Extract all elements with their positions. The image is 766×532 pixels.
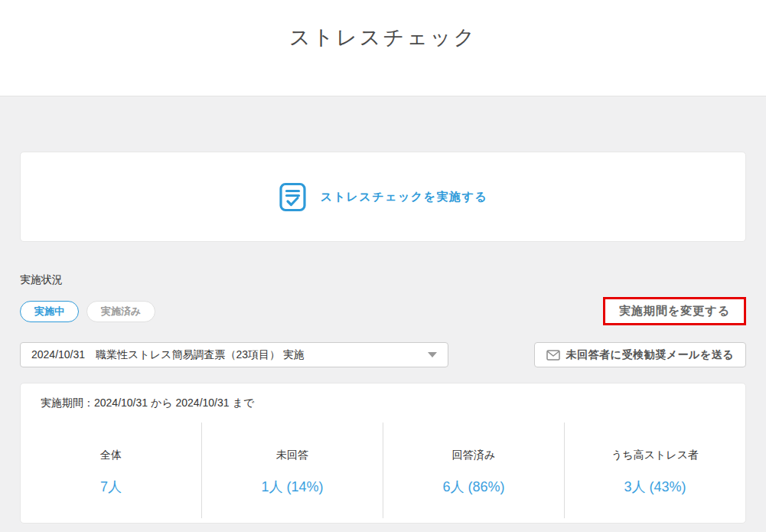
stat-high-stress: うち高ストレス者 3人 (43%) xyxy=(564,423,745,518)
stat-total: 全体 7人 xyxy=(21,423,201,518)
stat-answered-label: 回答済み xyxy=(383,449,564,462)
highlight-annotation-box: 実施期間を変更する xyxy=(603,297,746,325)
control-row: 2024/10/31 職業性ストレス簡易調査票（23項目） 実施 未回答者に受検… xyxy=(20,342,746,367)
chevron-down-icon xyxy=(428,352,437,357)
status-filter-group: 実施中 実施済み xyxy=(20,301,155,322)
filter-row: 実施中 実施済み 実施期間を変更する xyxy=(20,297,746,325)
send-reminder-label: 未回答者に受検勧奨メールを送る xyxy=(566,348,734,362)
stat-unanswered: 未回答 1人 (14%) xyxy=(201,423,383,518)
stat-total-label: 全体 xyxy=(21,449,201,462)
status-section-label: 実施状況 xyxy=(20,273,746,287)
filter-in-progress-label: 実施中 xyxy=(34,305,64,318)
start-stress-check-button[interactable]: ストレスチェックを実施する xyxy=(20,152,746,242)
stat-high-stress-label: うち高ストレス者 xyxy=(565,449,745,462)
checklist-icon xyxy=(279,182,307,212)
stat-answered-value[interactable]: 6人 (86%) xyxy=(383,478,564,496)
survey-select-value: 2024/10/31 職業性ストレス簡易調査票（23項目） 実施 xyxy=(31,348,428,362)
main-area: ストレスチェックを実施する 実施状況 実施中 実施済み 実施期間を変更する 20… xyxy=(0,152,766,524)
implementation-period: 実施期間：2024/10/31 から 2024/10/31 まで xyxy=(21,383,745,410)
send-reminder-button[interactable]: 未回答者に受検勧奨メールを送る xyxy=(534,342,746,367)
filter-completed-label: 実施済み xyxy=(101,305,141,318)
stat-unanswered-value[interactable]: 1人 (14%) xyxy=(202,478,383,496)
stats-row: 全体 7人 未回答 1人 (14%) 回答済み 6人 (86%) うち高ストレス… xyxy=(21,423,745,518)
change-period-button[interactable]: 実施期間を変更する xyxy=(605,299,744,323)
survey-select[interactable]: 2024/10/31 職業性ストレス簡易調査票（23項目） 実施 xyxy=(20,342,448,367)
stat-unanswered-label: 未回答 xyxy=(202,449,383,462)
app-header: ストレスチェック xyxy=(0,0,766,96)
envelope-icon xyxy=(546,350,560,361)
page-title: ストレスチェック xyxy=(289,24,477,51)
filter-completed[interactable]: 実施済み xyxy=(86,301,155,322)
filter-in-progress[interactable]: 実施中 xyxy=(20,301,79,322)
stat-high-stress-value[interactable]: 3人 (43%) xyxy=(565,478,745,496)
start-stress-check-label: ストレスチェックを実施する xyxy=(321,190,487,204)
stat-total-value[interactable]: 7人 xyxy=(21,478,201,496)
stat-answered: 回答済み 6人 (86%) xyxy=(383,423,564,518)
summary-card: 実施期間：2024/10/31 から 2024/10/31 まで 全体 7人 未… xyxy=(20,383,746,524)
